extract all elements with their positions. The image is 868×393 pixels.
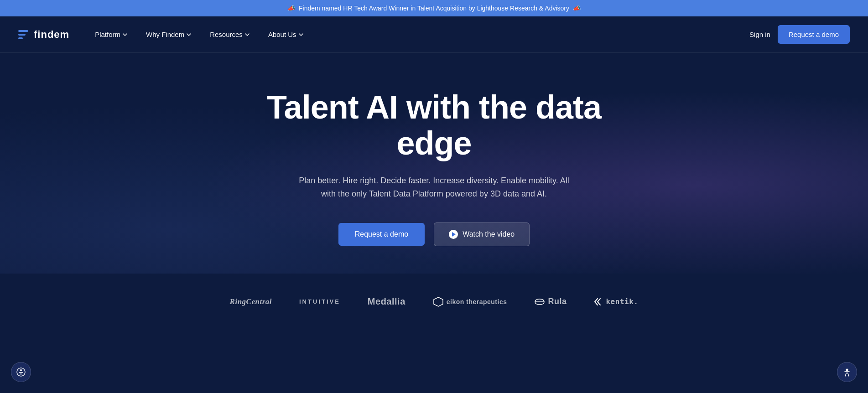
navbar: findem Platform Why Findem Resources Abo… <box>0 16 868 53</box>
nav-links: Platform Why Findem Resources About Us <box>88 27 749 42</box>
accessibility-icon <box>16 367 26 377</box>
rula-icon <box>534 298 545 305</box>
announcement-right-icon: 📣 <box>573 5 581 12</box>
kentik-icon <box>594 298 603 306</box>
logo-eikon: eikon therapeutics <box>433 296 507 307</box>
nav-item-why-findem[interactable]: Why Findem <box>139 27 199 42</box>
accessibility-button-right[interactable] <box>837 362 857 382</box>
watch-video-label: Watch the video <box>463 230 515 238</box>
svg-point-4 <box>846 369 848 371</box>
accessibility-button-left[interactable] <box>11 362 31 382</box>
svg-point-3 <box>20 369 22 371</box>
nav-resources-label: Resources <box>210 31 243 38</box>
logo[interactable]: findem <box>18 29 69 41</box>
announcement-text: Findem named HR Tech Award Winner in Tal… <box>299 5 569 12</box>
logo-medallia: Medallia <box>368 296 405 307</box>
logo-ringcentral: RingCentral <box>230 297 272 306</box>
nav-why-findem-label: Why Findem <box>146 31 184 38</box>
nav-platform-label: Platform <box>95 31 120 38</box>
announcement-left-icon: 📣 <box>287 5 295 12</box>
logo-icon <box>18 30 28 39</box>
hero-actions: Request a demo Watch the video <box>338 222 530 246</box>
chevron-down-icon <box>122 32 128 37</box>
eikon-icon <box>433 296 444 307</box>
nav-item-resources[interactable]: Resources <box>203 27 257 42</box>
nav-item-platform[interactable]: Platform <box>88 27 135 42</box>
hero-section: Talent AI with the data edge Plan better… <box>0 53 868 274</box>
play-triangle <box>452 232 456 237</box>
request-demo-hero-button[interactable]: Request a demo <box>338 223 425 246</box>
logo-rula: Rula <box>534 297 567 306</box>
logo-kentik: kentik. <box>594 297 638 306</box>
nav-about-us-label: About Us <box>268 31 296 38</box>
chevron-down-icon <box>244 32 250 37</box>
sign-in-button[interactable]: Sign in <box>749 31 770 38</box>
logo-text: findem <box>34 29 69 41</box>
hero-subtitle: Plan better. Hire right. Decide faster. … <box>293 174 576 201</box>
chevron-down-icon <box>186 32 192 37</box>
logos-section: RingCentral INTUITIVE Medallia eikon the… <box>0 274 868 344</box>
announcement-bar: 📣 Findem named HR Tech Award Winner in T… <box>0 0 868 16</box>
nav-actions: Sign in Request a demo <box>749 25 850 44</box>
play-icon <box>449 230 458 239</box>
request-demo-nav-button[interactable]: Request a demo <box>778 25 850 44</box>
nav-item-about-us[interactable]: About Us <box>261 27 311 42</box>
hero-title: Talent AI with the data edge <box>229 89 639 161</box>
accessibility-right-icon <box>842 367 852 377</box>
logo-intuitive: INTUITIVE <box>299 298 340 305</box>
watch-video-button[interactable]: Watch the video <box>434 222 530 246</box>
svg-marker-0 <box>434 297 443 306</box>
chevron-down-icon <box>298 32 304 37</box>
